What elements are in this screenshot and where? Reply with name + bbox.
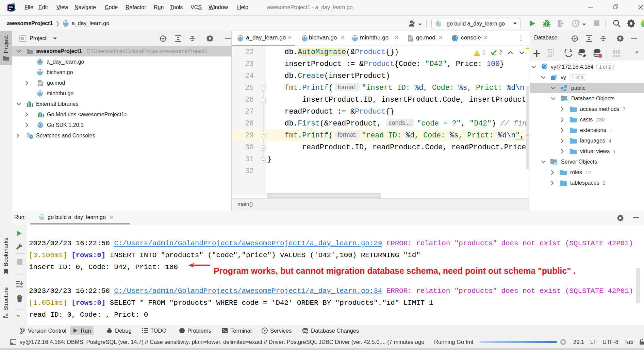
svg-text:GO: GO bbox=[9, 5, 13, 9]
